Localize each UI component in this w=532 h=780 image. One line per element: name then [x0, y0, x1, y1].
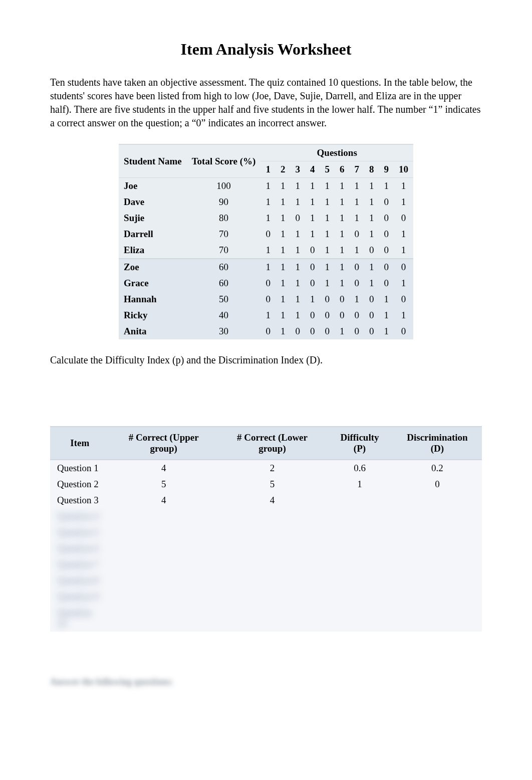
- table-row: Eliza701110111001: [119, 242, 413, 259]
- answer-cell: 1: [276, 259, 291, 275]
- answer-cell: 1: [394, 226, 413, 242]
- analysis-cell-item: Question 7: [50, 556, 110, 572]
- analysis-cell-lower: 5: [218, 476, 327, 492]
- answer-cell: 1: [320, 275, 335, 291]
- answer-cell: 0: [379, 226, 394, 242]
- answer-cell: 1: [320, 242, 335, 259]
- subheading: Calculate the Difficulty Index (p) and t…: [50, 354, 482, 366]
- answer-cell: 0: [379, 275, 394, 291]
- col-q6: 6: [335, 161, 350, 178]
- answer-cell: 0: [305, 307, 320, 323]
- student-data-table: Student Name Total Score (%) Questions 1…: [119, 144, 413, 339]
- answer-cell: 1: [260, 259, 276, 275]
- analysis-cell-lower: [218, 540, 327, 556]
- score-cell: 50: [187, 291, 261, 307]
- student-name-cell: Darrell: [119, 226, 187, 242]
- analysis-cell-item: Question 4: [50, 508, 110, 524]
- analysis-table-wrap: Item # Correct (Upper group) # Correct (…: [50, 426, 482, 632]
- answer-cell: 1: [379, 323, 394, 339]
- col-q5: 5: [320, 161, 335, 178]
- answer-cell: 0: [260, 323, 276, 339]
- col-q10: 10: [394, 161, 413, 178]
- answer-cell: 1: [394, 275, 413, 291]
- score-cell: 100: [187, 178, 261, 194]
- table-row: Zoe601110110100: [119, 259, 413, 275]
- analysis-cell-upper: 4: [110, 492, 218, 508]
- analysis-cell-upper: 5: [110, 476, 218, 492]
- answer-cell: 1: [335, 178, 350, 194]
- answer-cell: 1: [290, 194, 305, 210]
- answer-cell: 1: [320, 259, 335, 275]
- analysis-cell-d: 0: [393, 476, 482, 492]
- answer-cell: 0: [379, 259, 394, 275]
- answer-cell: 1: [379, 178, 394, 194]
- col-q1: 1: [260, 161, 276, 178]
- col-discrimination: Discrimination (D): [393, 426, 482, 460]
- analysis-cell-upper: [110, 540, 218, 556]
- analysis-cell-item: Question 1: [50, 460, 110, 476]
- answer-cell: 1: [276, 194, 291, 210]
- answer-cell: 1: [364, 194, 379, 210]
- intro-paragraph: Ten students have taken an objective ass…: [50, 76, 482, 130]
- analysis-cell-d: 0.2: [393, 460, 482, 476]
- answer-cell: 1: [364, 210, 379, 226]
- analysis-row: Question 1420.60.2: [50, 460, 482, 476]
- answer-cell: 1: [335, 194, 350, 210]
- analysis-cell-lower: [218, 556, 327, 572]
- col-total-score: Total Score (%): [187, 144, 261, 178]
- analysis-cell-p: 1: [327, 476, 393, 492]
- col-q7: 7: [349, 161, 364, 178]
- analysis-row: Question 4: [50, 508, 482, 524]
- col-questions-span: Questions: [260, 144, 413, 161]
- answer-cell: 1: [394, 242, 413, 259]
- answer-cell: 1: [349, 178, 364, 194]
- answer-cell: 0: [394, 291, 413, 307]
- analysis-cell-upper: [110, 572, 218, 589]
- table-row: Joe1001111111111: [119, 178, 413, 194]
- col-student-name: Student Name: [119, 144, 187, 178]
- data-table-body: Joe1001111111111Dave901111111101Sujie801…: [119, 178, 413, 339]
- table-row: Grace600110110101: [119, 275, 413, 291]
- analysis-row: Question 7: [50, 556, 482, 572]
- answer-cell: 1: [290, 242, 305, 259]
- answer-cell: 0: [260, 275, 276, 291]
- analysis-row: Question 6: [50, 540, 482, 556]
- col-q2: 2: [276, 161, 291, 178]
- answer-cell: 0: [349, 226, 364, 242]
- answer-cell: 1: [320, 210, 335, 226]
- analysis-cell-lower: 2: [218, 460, 327, 476]
- page: Item Analysis Worksheet Ten students hav…: [0, 0, 532, 717]
- student-name-cell: Grace: [119, 275, 187, 291]
- answer-cell: 1: [260, 307, 276, 323]
- answer-cell: 0: [364, 307, 379, 323]
- answer-cell: 1: [379, 291, 394, 307]
- analysis-cell-upper: [110, 556, 218, 572]
- answer-cell: 0: [320, 307, 335, 323]
- answer-cell: 0: [305, 323, 320, 339]
- answer-cell: 1: [276, 307, 291, 323]
- answer-cell: 1: [335, 275, 350, 291]
- analysis-cell-p: [327, 540, 393, 556]
- table-row: Sujie801101111100: [119, 210, 413, 226]
- analysis-cell-p: [327, 508, 393, 524]
- answer-cell: 0: [260, 291, 276, 307]
- analysis-cell-item: Question 6: [50, 540, 110, 556]
- col-difficulty: Difficulty (P): [327, 426, 393, 460]
- answer-cell: 1: [305, 178, 320, 194]
- answer-cell: 1: [290, 291, 305, 307]
- student-name-cell: Anita: [119, 323, 187, 339]
- score-cell: 70: [187, 226, 261, 242]
- score-cell: 90: [187, 194, 261, 210]
- analysis-cell-p: [327, 556, 393, 572]
- answer-cell: 0: [290, 210, 305, 226]
- answer-cell: 1: [260, 178, 276, 194]
- answer-cell: 1: [290, 259, 305, 275]
- answer-cell: 1: [335, 259, 350, 275]
- answer-cell: 1: [276, 323, 291, 339]
- answer-cell: 0: [379, 242, 394, 259]
- answer-cell: 0: [305, 275, 320, 291]
- analysis-cell-p: [327, 572, 393, 589]
- answer-cell: 1: [276, 210, 291, 226]
- answer-cell: 1: [394, 307, 413, 323]
- answer-cell: 0: [320, 323, 335, 339]
